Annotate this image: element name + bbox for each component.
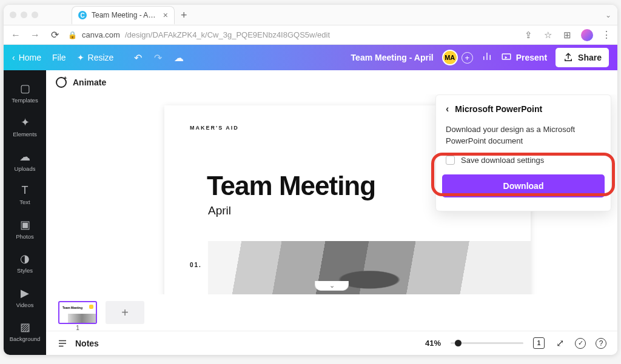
sidebar-label: Styles (17, 268, 33, 274)
extension-icon[interactable]: ⊞ (562, 30, 572, 41)
present-button[interactable]: Present (501, 52, 547, 63)
panel-description: Download your design as a Microsoft Powe… (446, 124, 601, 147)
thumb-image (68, 314, 96, 323)
sidebar-icon: ✦ (21, 116, 30, 129)
animate-icon (56, 77, 67, 88)
sidebar-label: Photos (16, 234, 34, 240)
animate-toolbar: Animate (46, 70, 617, 94)
slide-subtitle[interactable]: April (208, 204, 231, 217)
share-label: Share (578, 53, 602, 62)
bookmark-icon[interactable]: ☆ (542, 30, 553, 41)
home-button[interactable]: ‹ Home (12, 53, 41, 62)
sidebar-item-text[interactable]: TText (4, 179, 46, 211)
close-dot[interactable] (10, 12, 16, 18)
bottom-bar: Notes 41% 1 ⤢ ✓ ? (46, 331, 617, 355)
canva-topbar: ‹ Home File ✦ Resize ↶ ↷ ☁ Team Meeting … (4, 45, 617, 70)
sparkle-icon: ✦ (77, 53, 84, 62)
stage[interactable]: MAKER'S AID Team Meeting April 01. ‹ Mic… (46, 94, 617, 294)
sidebar-item-background[interactable]: ▨Background (4, 315, 46, 348)
add-page-button[interactable]: + (106, 301, 144, 324)
url-bar: ← → ⟳ 🔒 canva.com/design/DAFAkZPK4_k/Cw_… (4, 25, 617, 45)
add-collaborator-button[interactable]: + (462, 52, 473, 64)
sidebar-item-styles[interactable]: ◑Styles (4, 247, 46, 279)
zoom-dot[interactable] (32, 12, 38, 18)
undo-icon[interactable]: ↶ (134, 52, 142, 64)
file-menu[interactable]: File (52, 53, 66, 62)
save-settings-row[interactable]: Save download settings (446, 156, 601, 165)
sidebar-label: Videos (16, 302, 34, 308)
panel-title: Microsoft PowerPoint (455, 104, 542, 114)
document-name[interactable]: Team Meeting - April (351, 53, 434, 62)
animate-button[interactable]: Animate (73, 78, 106, 87)
left-sidebar: ▢Templates✦Elements☁UploadsTText▣Photos◑… (4, 70, 46, 355)
share-url-icon[interactable]: ⇪ (523, 30, 534, 41)
sidebar-icon: ☁ (19, 150, 30, 164)
home-label: Home (19, 53, 41, 62)
lock-icon: 🔒 (68, 31, 77, 39)
nav-reload-icon[interactable]: ⟳ (49, 29, 61, 41)
user-avatar[interactable]: MA (442, 50, 458, 65)
browser-tab[interactable]: C Team Meeting - April - Present… × (72, 6, 175, 24)
help-icon[interactable]: ? (596, 338, 606, 349)
zoom-slider[interactable] (451, 342, 523, 344)
download-button[interactable]: Download (442, 174, 605, 197)
resize-menu[interactable]: ✦ Resize (77, 53, 114, 62)
export-panel: ‹ Microsoft PowerPoint Download your des… (435, 94, 611, 211)
filmstrip: Team Meeting 1 + (46, 294, 617, 331)
present-label: Present (516, 53, 547, 62)
slide-image[interactable] (208, 241, 531, 294)
sidebar-icon: ▶ (21, 286, 29, 300)
checkmark-status-icon: ✓ (575, 338, 586, 349)
grid-view-button[interactable]: 1 (533, 337, 545, 349)
sidebar-icon: ⊞ (21, 355, 30, 356)
minimize-dot[interactable] (21, 12, 27, 18)
sidebar-icon: ▢ (20, 82, 30, 95)
cloud-sync-icon[interactable]: ☁ (174, 52, 184, 64)
save-settings-checkbox[interactable] (446, 156, 455, 165)
nav-back-icon[interactable]: ← (10, 30, 22, 41)
notes-icon[interactable] (57, 338, 68, 349)
sidebar-item-photos[interactable]: ▣Photos (4, 213, 46, 245)
redo-icon[interactable]: ↷ (154, 52, 162, 64)
address-field[interactable]: 🔒 canva.com/design/DAFAkZPK4_k/Cw_3g_PQE… (68, 30, 515, 39)
zoom-level[interactable]: 41% (425, 339, 441, 348)
app-window: C Team Meeting - April - Present… × + ⌄ … (4, 5, 617, 355)
collapse-pages-icon[interactable]: ⌄ (315, 281, 349, 291)
sidebar-label: Templates (12, 98, 38, 104)
panel-back-icon[interactable]: ‹ (446, 104, 449, 114)
sidebar-label: Elements (13, 131, 37, 137)
zoom-slider-knob[interactable] (455, 340, 462, 346)
sidebar-item-all-your-de-[interactable]: ⊞All your de… (4, 349, 46, 356)
fullscreen-icon[interactable]: ⤢ (554, 338, 565, 349)
sidebar-item-elements[interactable]: ✦Elements (4, 110, 46, 143)
url-path: /design/DAFAkZPK4_k/Cw_3g_PQE9ENbz4I8GQS… (125, 30, 330, 39)
sidebar-item-templates[interactable]: ▢Templates (4, 76, 46, 109)
nav-forward-icon: → (29, 30, 41, 41)
svg-rect-0 (502, 54, 511, 59)
slide-title[interactable]: Team Meeting (207, 171, 375, 201)
analytics-icon[interactable] (482, 51, 492, 64)
thumb-title: Team Meeting (62, 306, 82, 309)
close-tab-icon[interactable]: × (163, 10, 168, 20)
browser-menu-icon[interactable]: ⋮ (602, 29, 611, 41)
sidebar-label: Background (10, 336, 41, 342)
sidebar-icon: T (22, 184, 29, 197)
window-controls[interactable] (10, 12, 38, 18)
slide-page-number[interactable]: 01. (190, 262, 202, 268)
notes-button[interactable]: Notes (75, 339, 99, 348)
titlebar: C Team Meeting - April - Present… × + ⌄ (4, 5, 617, 25)
tabs-expand-icon[interactable]: ⌄ (605, 11, 611, 19)
sidebar-icon: ◑ (20, 252, 30, 265)
page-thumbnail-1[interactable]: Team Meeting 1 (58, 301, 97, 324)
sidebar-item-uploads[interactable]: ☁Uploads (4, 145, 46, 177)
resize-label: Resize (88, 53, 114, 62)
slide-brand-text[interactable]: MAKER'S AID (190, 125, 239, 131)
sidebar-item-videos[interactable]: ▶Videos (4, 281, 46, 314)
canvas-area: Animate MAKER'S AID Team Meeting April 0… (46, 70, 617, 355)
sidebar-label: Uploads (15, 166, 36, 172)
new-tab-button[interactable]: + (181, 10, 187, 21)
sidebar-icon: ▨ (20, 320, 30, 334)
share-button[interactable]: Share (556, 48, 609, 67)
profile-avatar[interactable] (581, 29, 593, 41)
file-label: File (52, 53, 66, 62)
